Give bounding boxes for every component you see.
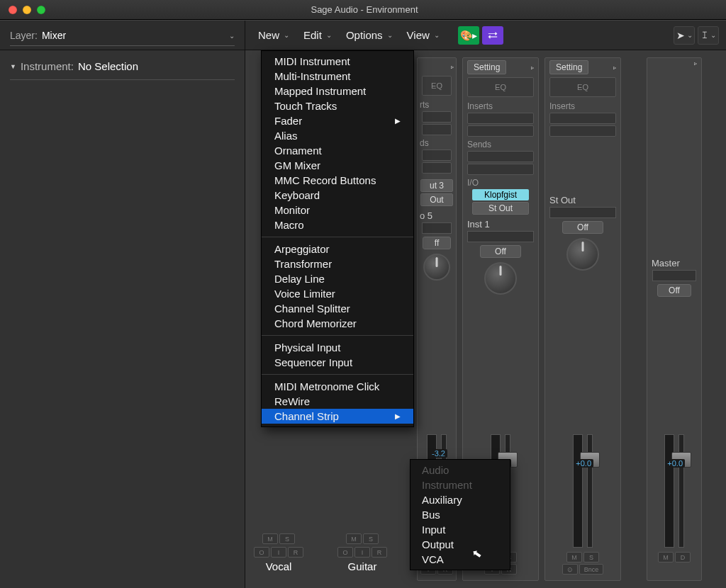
input-button[interactable]: I: [271, 547, 286, 558]
disclosure-icon[interactable]: ▹: [694, 60, 697, 67]
insert-slot[interactable]: [422, 124, 452, 135]
menu-item-mapped-instrument[interactable]: Mapped Instrument: [262, 84, 413, 98]
text-tool-icon[interactable]: 𝙸⌄: [698, 26, 719, 45]
menu-item-chord-memorizer[interactable]: Chord Memorizer: [262, 316, 413, 331]
send-slot[interactable]: [467, 151, 534, 162]
menu-item-fader[interactable]: Fader▶: [262, 113, 413, 128]
menu-item-physical-input[interactable]: Physical Input: [262, 340, 413, 355]
channel-strip-stereo-out[interactable]: Setting▹ EQ Inserts St Out Off +0.0 M S: [544, 57, 621, 581]
io-instrument[interactable]: Klopfgist: [472, 189, 529, 200]
menu-item-voice-limiter[interactable]: Voice Limiter: [262, 286, 413, 301]
menu-item-sequencer-input[interactable]: Sequencer Input: [262, 355, 413, 370]
dim-button[interactable]: D: [675, 552, 691, 562]
submenu-item-output[interactable]: Output: [411, 537, 510, 552]
instrument-row[interactable]: ▼ Instrument: No Selection: [10, 60, 235, 80]
automation-mode[interactable]: Off: [480, 245, 521, 258]
mute-button[interactable]: M: [346, 533, 362, 544]
volume-fader[interactable]: +0.0: [587, 434, 593, 548]
pan-knob[interactable]: [566, 238, 599, 271]
submenu-item-auxiliary[interactable]: Auxiliary: [411, 492, 510, 507]
menu-item-keyboard[interactable]: Keyboard: [262, 188, 413, 203]
new-menu-dropdown[interactable]: MIDI InstrumentMulti-InstrumentMapped In…: [261, 50, 414, 427]
insert-slot[interactable]: [467, 125, 534, 137]
menu-item-channel-splitter[interactable]: Channel Splitter: [262, 301, 413, 316]
setting-button[interactable]: Setting: [467, 60, 506, 74]
mute-button[interactable]: M: [566, 552, 582, 562]
menu-item-touch-tracks[interactable]: Touch Tracks: [262, 98, 413, 113]
eq-slot[interactable]: EQ: [467, 77, 534, 97]
menu-edit[interactable]: Edit⌄: [298, 26, 337, 44]
automation-mode[interactable]: ff: [423, 237, 451, 249]
pan-knob[interactable]: [484, 262, 517, 295]
input-button[interactable]: I: [354, 547, 370, 558]
insert-slot[interactable]: [549, 125, 616, 137]
insert-slot[interactable]: [549, 113, 616, 124]
group-slot[interactable]: [652, 270, 696, 281]
disclosure-icon[interactable]: ▹: [451, 64, 454, 70]
chevron-down-icon: ⌄: [326, 31, 332, 39]
midi-out-icon[interactable]: 🎨▸: [458, 26, 479, 45]
menu-new[interactable]: New⌄: [252, 26, 295, 44]
menu-view[interactable]: View⌄: [401, 26, 445, 44]
eq-slot[interactable]: EQ: [422, 76, 452, 96]
dim-button[interactable]: ⊙: [562, 564, 578, 575]
menu-item-multi-instrument[interactable]: Multi-Instrument: [262, 69, 413, 84]
mute-button[interactable]: M: [262, 533, 278, 544]
eq-slot[interactable]: EQ: [549, 77, 616, 97]
menu-item-channel-strip[interactable]: Channel Strip▶: [262, 409, 413, 424]
solo-button[interactable]: S: [279, 533, 295, 544]
bounce-button[interactable]: Bnce: [579, 564, 603, 575]
menu-item-rewire[interactable]: ReWire: [262, 394, 413, 409]
layer-selector[interactable]: Layer: Mixer ⌄: [0, 21, 245, 50]
io-output[interactable]: Out: [420, 193, 453, 206]
send-slot[interactable]: [467, 164, 534, 175]
disclosure-icon[interactable]: ▹: [613, 64, 616, 71]
group-slot[interactable]: [467, 231, 534, 242]
disclosure-icon[interactable]: ▹: [531, 64, 534, 71]
zoom-icon[interactable]: [37, 6, 45, 14]
menu-item-transformer[interactable]: Transformer: [262, 256, 413, 271]
volume-fader[interactable]: +0.0: [678, 434, 684, 548]
pan-knob[interactable]: [423, 254, 450, 281]
send-slot[interactable]: [422, 162, 452, 174]
insert-slot[interactable]: [467, 113, 534, 124]
menu-item-arpeggiator[interactable]: Arpeggiator: [262, 242, 413, 256]
solo-button[interactable]: S: [583, 552, 599, 562]
group-slot[interactable]: [422, 222, 452, 234]
channel-strip-submenu[interactable]: AudioInstrumentAuxiliaryBusInputOutputVC…: [410, 459, 510, 570]
io-output[interactable]: ut 3: [420, 179, 453, 192]
output-button[interactable]: O: [254, 547, 269, 558]
record-button[interactable]: R: [288, 547, 303, 558]
group-slot[interactable]: [549, 207, 616, 218]
disclosure-triangle-icon[interactable]: ▼: [10, 63, 16, 70]
menu-item-gm-mixer[interactable]: GM Mixer: [262, 158, 413, 173]
menu-item-ornament[interactable]: Ornament: [262, 143, 413, 158]
submenu-item-bus[interactable]: Bus: [411, 507, 510, 522]
menu-item-delay-line[interactable]: Delay Line: [262, 271, 413, 286]
record-button[interactable]: R: [372, 547, 387, 558]
menu-item-midi-metronome-click[interactable]: MIDI Metronome Click: [262, 379, 413, 394]
close-icon[interactable]: [9, 6, 17, 14]
send-slot[interactable]: [422, 149, 452, 161]
automation-mode[interactable]: Off: [657, 284, 691, 297]
channel-strip-master[interactable]: ▹ Master Off +0.0 M D Master: [647, 57, 702, 581]
menu-item-alias[interactable]: Alias: [262, 128, 413, 143]
setting-button[interactable]: Setting: [549, 60, 588, 74]
mute-button[interactable]: M: [658, 552, 674, 562]
pointer-tool-icon[interactable]: ➤⌄: [674, 26, 695, 45]
insert-slot[interactable]: [422, 111, 452, 123]
solo-button[interactable]: S: [363, 533, 379, 544]
menu-item-monitor[interactable]: Monitor: [262, 203, 413, 217]
menu-options[interactable]: Options⌄: [340, 26, 398, 44]
submenu-item-input[interactable]: Input: [411, 522, 510, 537]
io-output[interactable]: St Out: [472, 202, 529, 215]
menu-item-mmc-record-buttons[interactable]: MMC Record Buttons: [262, 173, 413, 188]
link-icon[interactable]: ⮂: [482, 26, 503, 45]
minimize-icon[interactable]: [23, 6, 31, 14]
automation-mode[interactable]: Off: [562, 221, 603, 234]
output-button[interactable]: O: [337, 547, 353, 558]
menu-item-macro[interactable]: Macro: [262, 217, 413, 232]
submenu-item-vca[interactable]: VCA: [411, 552, 510, 567]
chevron-down-icon: ⌄: [229, 32, 235, 40]
menu-item-midi-instrument[interactable]: MIDI Instrument: [262, 54, 413, 69]
